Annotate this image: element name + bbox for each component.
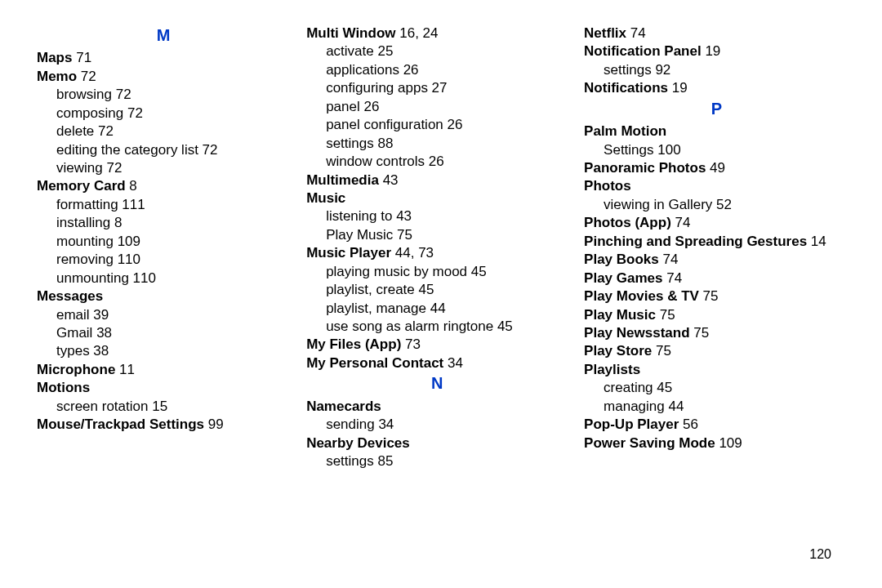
index-subentry[interactable]: settings 85 — [326, 452, 568, 470]
index-entry-pages: 74 — [671, 215, 691, 230]
index-subentry-pages: 44 — [665, 399, 684, 414]
index-letter-heading: M — [37, 24, 290, 46]
index-entry-label: Music Player — [306, 245, 391, 261]
index-subentry[interactable]: unmounting 110 — [56, 270, 290, 287]
index-entry-label: Motions — [37, 380, 90, 395]
index-letter-heading: N — [306, 372, 568, 394]
index-entry[interactable]: Play Games 74 — [584, 270, 849, 287]
index-subentry-label: Gmail — [56, 325, 92, 341]
index-entry-pages: 34 — [443, 355, 463, 371]
index-entry-pages: 74 — [659, 252, 679, 267]
index-subentry-pages: 25 — [374, 43, 394, 59]
index-subentry[interactable]: sending 34 — [326, 416, 568, 434]
index-subentry[interactable]: managing 44 — [604, 398, 849, 416]
index-entry-label: Pop-Up Player — [584, 416, 679, 432]
index-entry[interactable]: Pinching and Spreading Gestures 14 — [584, 233, 849, 251]
index-subentry[interactable]: window controls 26 — [326, 153, 568, 171]
index-subentry[interactable]: use song as alarm ringtone 45 — [326, 318, 568, 336]
index-entry[interactable]: Play Newsstand 75 — [584, 324, 849, 342]
index-subentry[interactable]: viewing 72 — [56, 159, 290, 177]
index-subentry[interactable]: creating 45 — [604, 379, 849, 397]
index-subentry[interactable]: delete 72 — [56, 122, 290, 140]
index-entry[interactable]: Microphone 11 — [37, 361, 290, 379]
index-entry[interactable]: Messages — [37, 287, 290, 305]
index-entry[interactable]: Play Music 75 — [584, 306, 849, 324]
index-subentry[interactable]: activate 25 — [326, 42, 568, 60]
index-entry[interactable]: Play Movies & TV 75 — [584, 287, 849, 305]
index-entry[interactable]: Notification Panel 19 — [584, 42, 849, 60]
page-number: 120 — [809, 547, 831, 562]
index-entry[interactable]: Nearby Devices — [306, 434, 568, 452]
index-subentry[interactable]: Play Music 75 — [326, 226, 568, 244]
index-entry[interactable]: Panoramic Photos 49 — [584, 159, 849, 177]
index-subentry-label: delete — [56, 123, 94, 139]
index-subentry-label: composing — [56, 105, 123, 121]
index-subentry[interactable]: playing music by mood 45 — [326, 263, 568, 281]
index-subentry[interactable]: formatting 111 — [56, 196, 290, 214]
index-subentry[interactable]: settings 92 — [604, 61, 849, 79]
index-entry[interactable]: Playlists — [584, 361, 849, 379]
index-subentry[interactable]: applications 26 — [326, 61, 568, 79]
index-subentry[interactable]: listening to 43 — [326, 207, 568, 225]
index-entry[interactable]: Photos (App) 74 — [584, 214, 849, 232]
index-subentry[interactable]: Gmail 38 — [56, 324, 290, 342]
index-entry[interactable]: Memo 72 — [37, 68, 290, 86]
index-entry-label: Messages — [37, 288, 103, 304]
index-entry[interactable]: Motions — [37, 379, 290, 397]
index-entry[interactable]: Music Player 44, 73 — [306, 244, 568, 262]
index-entry-pages: 72 — [77, 69, 96, 84]
index-entry[interactable]: Multi Window 16, 24 — [306, 24, 568, 42]
index-subentry[interactable]: screen rotation 15 — [56, 398, 290, 416]
index-entry[interactable]: Multimedia 43 — [306, 172, 568, 189]
index-entry-label: Mouse/Trackpad Settings — [37, 416, 204, 432]
index-subentry[interactable]: removing 110 — [56, 251, 290, 269]
index-subentry-label: mounting — [56, 234, 114, 249]
index-subentry[interactable]: installing 8 — [56, 214, 290, 232]
index-entry[interactable]: Pop-Up Player 56 — [584, 416, 849, 434]
index-entry-pages: 19 — [702, 43, 721, 59]
index-letter-heading: P — [584, 98, 849, 119]
index-columns: MMaps 71Memo 72browsing 72composing 72de… — [37, 24, 849, 547]
index-entry-label: Notifications — [584, 80, 668, 96]
index-subentry[interactable]: mounting 109 — [56, 233, 290, 251]
index-entry[interactable]: Notifications 19 — [584, 79, 849, 97]
index-subentry-pages: 110 — [114, 252, 140, 267]
index-subentry-pages: 75 — [393, 227, 412, 243]
index-subentry[interactable]: composing 72 — [56, 105, 290, 122]
index-entry[interactable]: Play Books 74 — [584, 251, 849, 269]
index-entry[interactable]: Play Store 75 — [584, 342, 849, 360]
index-subentry[interactable]: email 39 — [56, 306, 290, 324]
index-subentry[interactable]: configuring apps 27 — [326, 79, 568, 97]
index-entry[interactable]: My Personal Contact 34 — [306, 354, 568, 372]
index-entry[interactable]: Music — [306, 189, 568, 207]
index-subentry-label: screen rotation — [56, 399, 148, 414]
index-entry[interactable]: Photos — [584, 177, 849, 195]
index-subentry-pages: 34 — [375, 416, 394, 432]
index-subentry[interactable]: panel configuration 26 — [326, 116, 568, 134]
index-subentry-label: playlist, create — [326, 282, 415, 297]
index-entry-pages: 56 — [679, 416, 698, 432]
index-subentry[interactable]: editing the category list 72 — [56, 141, 290, 159]
index-subentry[interactable]: types 38 — [56, 342, 290, 360]
index-subentry-label: activate — [326, 43, 374, 59]
index-entry-label: Music — [306, 190, 345, 206]
index-entry-label: Playlists — [584, 362, 640, 377]
index-entry[interactable]: Memory Card 8 — [37, 177, 290, 195]
index-subentry[interactable]: panel 26 — [326, 98, 568, 116]
index-entry-label: Microphone — [37, 362, 115, 377]
index-entry[interactable]: Palm Motion — [584, 122, 849, 140]
index-entry[interactable]: Mouse/Trackpad Settings 99 — [37, 416, 290, 434]
index-subentry[interactable]: browsing 72 — [56, 86, 290, 104]
index-entry[interactable]: Netflix 74 — [584, 24, 849, 42]
index-entry[interactable]: My Files (App) 73 — [306, 336, 568, 354]
index-subentry-pages: 26 — [360, 99, 380, 114]
index-entry[interactable]: Namecards — [306, 398, 568, 416]
index-subentry-pages: 39 — [90, 307, 109, 323]
index-subentry[interactable]: playlist, manage 44 — [326, 300, 568, 318]
index-subentry[interactable]: playlist, create 45 — [326, 281, 568, 299]
index-entry[interactable]: Maps 71 — [37, 49, 290, 67]
index-entry[interactable]: Power Saving Mode 109 — [584, 434, 849, 452]
index-subentry[interactable]: viewing in Gallery 52 — [604, 196, 849, 214]
index-subentry[interactable]: Settings 100 — [604, 141, 849, 159]
index-subentry[interactable]: settings 88 — [326, 135, 568, 153]
